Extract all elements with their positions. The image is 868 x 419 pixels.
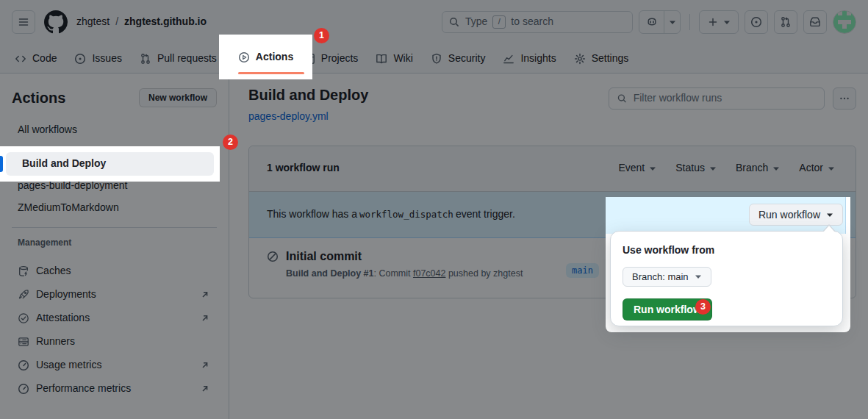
annotation-step-1: 1 [314, 28, 329, 43]
tab-label: Actions [256, 50, 293, 65]
branch-select-label: Branch: main [632, 271, 689, 282]
github-actions-page: zhgtest / zhgtest.github.io Type / to se… [0, 0, 868, 419]
popover-title: Use workflow from [623, 243, 831, 258]
run-workflow-popover: Use workflow from Branch: main Run workf… [610, 231, 843, 326]
annotation-step-2: 2 [223, 135, 238, 150]
run-workflow-spotlight: Run workflow Use workflow from Branch: m… [606, 197, 850, 332]
selected-item-accent-bar [0, 156, 3, 172]
selected-workflow-item[interactable]: Build and Deploy [6, 152, 214, 176]
run-workflow-dropdown-button[interactable]: Run workflow [749, 204, 843, 226]
sidebar-item-build-and-deploy-spotlight[interactable]: Build and Deploy [0, 146, 220, 182]
tab-actions-spotlight[interactable]: Actions [219, 35, 312, 79]
popover-notch [823, 226, 835, 232]
play-circle-icon [238, 51, 250, 63]
selected-tab-underline [238, 72, 304, 74]
branch-select-button[interactable]: Branch: main [623, 267, 711, 287]
chevron-down-icon [826, 211, 833, 218]
chevron-down-icon [695, 273, 702, 280]
annotation-step-3: 3 [695, 299, 711, 315]
run-workflow-dropdown-label: Run workflow [758, 209, 820, 221]
